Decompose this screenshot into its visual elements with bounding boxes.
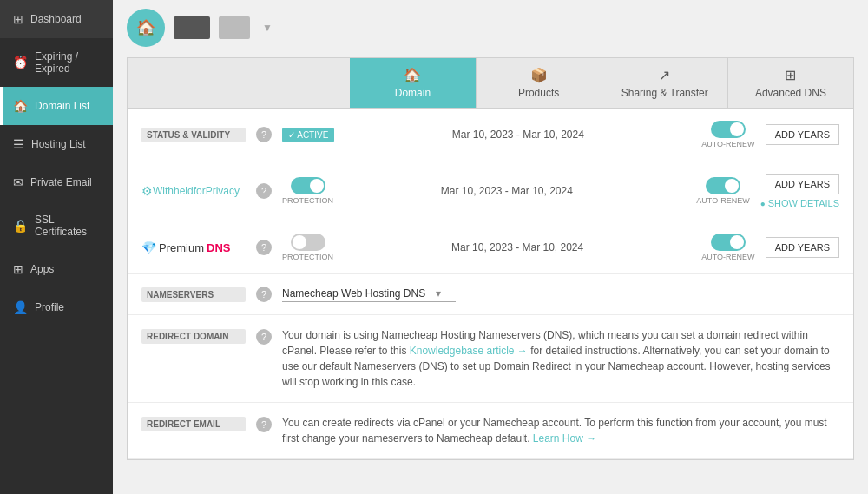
withheld-row: ⚙ WithheldforPrivacy ? PROTECTION Mar 10…	[128, 161, 853, 221]
sidebar-item-expiring[interactable]: ⏰ Expiring / Expired	[0, 38, 113, 87]
withheld-show-details[interactable]: ● SHOW DETAILS	[760, 198, 839, 208]
status-add-years-btn[interactable]: ADD YEARS	[766, 124, 839, 145]
redirect-domain-row: REDIRECT DOMAIN ? Your domain is using N…	[128, 315, 853, 403]
redirect-domain-text: Your domain is using Namecheap Hosting N…	[282, 327, 839, 390]
redirect-email-label: REDIRECT EMAIL	[141, 417, 246, 431]
tab-dns-icon: ⊞	[785, 67, 796, 83]
withheld-date-range: Mar 10, 2023 - Mar 10, 2024	[344, 185, 670, 197]
tab-products[interactable]: 📦 Products	[477, 58, 602, 108]
premium-dns-add-years-btn[interactable]: ADD YEARS	[766, 237, 839, 258]
tab-products-icon: 📦	[530, 67, 548, 83]
tab-sharing-icon: ↗	[659, 67, 670, 83]
sidebar-item-dashboard[interactable]: ⊞ Dashboard	[0, 0, 113, 38]
premium-dns-date-range: Mar 10, 2023 - Mar 10, 2024	[344, 241, 691, 254]
ssl-icon: 🔒	[13, 219, 28, 233]
nameserver-chevron: ▾	[436, 287, 441, 300]
nameservers-help-btn[interactable]: ?	[256, 287, 272, 302]
premium-dns-row: 💎 PremiumDNS ? PROTECTION Mar 10, 2023 -…	[128, 221, 853, 274]
sidebar-item-apps[interactable]: ⊞ Apps	[0, 250, 113, 288]
tab-spacer	[128, 58, 350, 108]
expiring-icon: ⏰	[13, 56, 28, 69]
premium-dns-protection[interactable]: PROTECTION	[282, 234, 333, 261]
status-date-range: Mar 10, 2023 - Mar 10, 2024	[345, 128, 691, 141]
apps-icon: ⊞	[13, 262, 23, 276]
domain-thumb-1	[174, 16, 210, 39]
sidebar-item-ssl[interactable]: 🔒 SSL Certificates	[0, 201, 113, 250]
profile-icon: 👤	[13, 300, 28, 314]
status-help-btn[interactable]: ?	[256, 127, 272, 142]
tab-domain-icon: 🏠	[404, 67, 421, 83]
withheld-auto-renew-toggle[interactable]: AUTO-RENEW	[696, 177, 749, 205]
nameservers-row: NAMESERVERS ? Namecheap Web Hosting DNS …	[128, 274, 853, 315]
redirect-email-row: REDIRECT EMAIL ? You can create redirect…	[128, 403, 853, 459]
withheld-add-years-btn[interactable]: ADD YEARS	[766, 174, 839, 194]
domain-icon: 🏠	[13, 99, 28, 113]
tab-content: STATUS & VALIDITY ? ✓ ACTIVE Mar 10, 202…	[127, 108, 854, 460]
sidebar: ⊞ Dashboard ⏰ Expiring / Expired 🏠 Domai…	[0, 0, 113, 494]
domain-thumb-2	[219, 16, 250, 39]
status-auto-renew-toggle[interactable]: AUTO-RENEW	[701, 121, 754, 148]
withheld-actions: ADD YEARS ● SHOW DETAILS	[760, 174, 839, 208]
domain-arrow: ▼	[262, 22, 273, 34]
email-icon: ✉	[13, 175, 23, 189]
hosting-icon: ☰	[13, 137, 24, 151]
main-content: 🏠 ▼ 🏠 Domain 📦 Products ↗ Sharing & Tran…	[113, 0, 868, 494]
sidebar-item-hosting-list[interactable]: ☰ Hosting List	[0, 125, 113, 163]
tab-domain[interactable]: 🏠 Domain	[350, 58, 476, 108]
withheld-brand: ⚙ WithheldforPrivacy	[141, 184, 246, 198]
domain-globe-icon: 🏠	[127, 9, 165, 47]
withheld-protection[interactable]: PROTECTION	[282, 177, 333, 205]
premium-dns-brand: 💎 PremiumDNS	[141, 240, 246, 254]
show-details-dot: ●	[760, 199, 766, 208]
premium-dns-help-btn[interactable]: ?	[256, 240, 272, 255]
tab-advanced-dns[interactable]: ⊞ Advanced DNS	[728, 58, 853, 108]
premium-dns-icon: 💎	[141, 240, 156, 254]
redirect-email-link[interactable]: Learn How →	[533, 432, 596, 445]
withheld-help-btn[interactable]: ?	[256, 183, 272, 199]
withheld-right: AUTO-RENEW	[681, 177, 750, 205]
redirect-domain-help-btn[interactable]: ?	[256, 329, 272, 345]
redirect-domain-label: REDIRECT DOMAIN	[141, 329, 246, 344]
domain-header: 🏠 ▼	[127, 9, 854, 47]
status-validity-label: STATUS & VALIDITY	[141, 128, 246, 142]
sidebar-item-private-email[interactable]: ✉ Private Email	[0, 163, 113, 201]
redirect-email-text: You can create redirects via cPanel or y…	[282, 415, 839, 446]
sidebar-item-domain-list[interactable]: 🏠 Domain List	[0, 87, 113, 125]
premium-dns-auto-renew-toggle[interactable]: AUTO-RENEW	[701, 234, 754, 261]
sidebar-item-profile[interactable]: 👤 Profile	[0, 288, 113, 326]
status-validity-row: STATUS & VALIDITY ? ✓ ACTIVE Mar 10, 202…	[128, 109, 853, 161]
active-badge: ✓ ACTIVE	[282, 128, 334, 142]
tabs-bar: 🏠 Domain 📦 Products ↗ Sharing & Transfer…	[127, 57, 854, 108]
dashboard-icon: ⊞	[13, 12, 23, 26]
withheld-icon: ⚙	[141, 184, 153, 198]
nameserver-dropdown[interactable]: Namecheap Web Hosting DNS ▾	[282, 287, 456, 302]
tab-sharing-transfer[interactable]: ↗ Sharing & Transfer	[602, 58, 728, 108]
redirect-email-help-btn[interactable]: ?	[256, 417, 272, 432]
redirect-domain-link[interactable]: Knowledgebase article →	[410, 345, 528, 357]
nameservers-label: NAMESERVERS	[141, 287, 246, 302]
